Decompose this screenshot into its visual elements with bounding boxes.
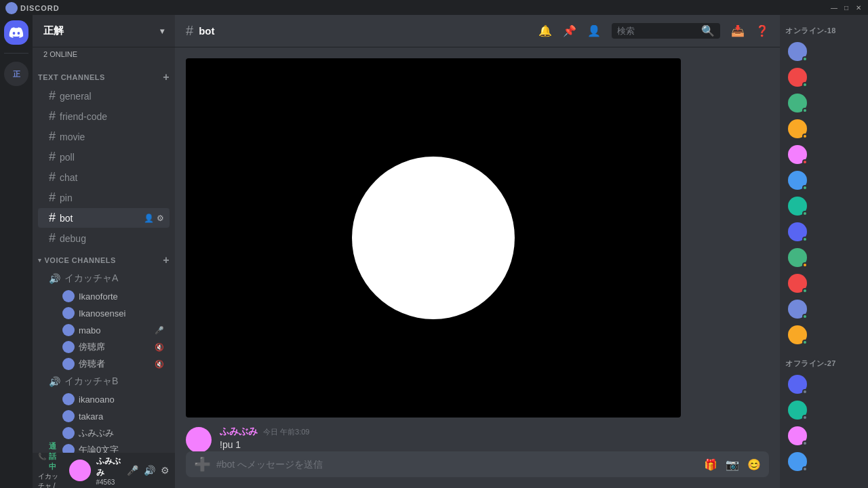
voice-user-bouchou2[interactable]: 傍聴者 🔇	[38, 356, 170, 372]
notification-icon[interactable]: 🔔	[538, 24, 552, 37]
hash-icon: #	[49, 211, 56, 225]
member-item[interactable]	[783, 297, 865, 321]
member-item[interactable]	[783, 220, 865, 244]
channel-pin[interactable]: # pin	[38, 188, 170, 207]
deafen-button[interactable]: 🔊	[144, 465, 155, 476]
user-icon[interactable]: 👤	[144, 214, 154, 223]
user-tag: #4563	[96, 479, 122, 486]
channel-title: bot	[199, 25, 214, 37]
attach-button[interactable]: ➕	[194, 456, 211, 472]
member-avatar	[788, 68, 807, 87]
voice-channel-ikaccha-b[interactable]: 🔊 イカッチャB	[38, 373, 170, 390]
voice-channel-name: イカッチャB	[64, 375, 118, 388]
voice-channels-section-a[interactable]: ▾ VOICE CHANNELS +	[33, 249, 175, 269]
message-author[interactable]: ふみぶみ	[220, 426, 258, 438]
channel-debug[interactable]: # debug	[38, 228, 170, 248]
message-avatar[interactable]	[186, 427, 212, 451]
mic-button[interactable]: 🎤	[127, 465, 138, 476]
member-avatar	[788, 426, 807, 445]
message-content: ふみぶみ 今日 午前3:09 !pu 1	[220, 426, 769, 451]
input-icons: 🎁 📷 😊	[704, 458, 761, 471]
offline-section-header: オフライン-27	[780, 348, 868, 371]
gif-icon[interactable]: 📷	[726, 458, 739, 471]
member-item-offline[interactable]	[783, 424, 865, 448]
member-avatar	[788, 401, 807, 420]
member-item[interactable]	[783, 168, 865, 192]
server-name: 正解	[43, 24, 64, 37]
status-dot	[802, 82, 808, 87]
white-circle	[352, 157, 515, 319]
mute-icon: 🎤	[155, 326, 164, 335]
voice-user-takara[interactable]: takara	[38, 408, 170, 424]
server-name-bar[interactable]: 正解 ▾	[33, 15, 175, 47]
status-dot	[802, 159, 808, 165]
server-icon-1[interactable]: 正	[4, 62, 28, 86]
voice-user-ikanoforte[interactable]: Ikanoforte	[38, 288, 170, 304]
app-name: DISCORD	[20, 4, 60, 12]
text-channels-section[interactable]: TEXT CHANNELS +	[33, 61, 175, 85]
member-avatar	[788, 248, 807, 267]
user-panel: 📞 通話中 イカッチャ / 正解 ふみぶみ #4563 🎤 🔊 ⚙	[33, 453, 175, 488]
member-item-offline[interactable]	[783, 398, 865, 422]
member-avatar	[788, 42, 807, 61]
search-input[interactable]	[617, 26, 698, 36]
channel-movie[interactable]: # movie	[38, 127, 170, 146]
voice-user-fumibumi[interactable]: ふみぶみ	[38, 425, 170, 441]
search-icon: 🔍	[701, 24, 715, 37]
call-icon: 📞	[38, 453, 46, 460]
channel-chat[interactable]: # chat	[38, 167, 170, 187]
voice-user-bouchou1[interactable]: 傍聴席 🔇	[38, 339, 170, 355]
status-dot	[802, 441, 808, 446]
minimize-button[interactable]: —	[830, 3, 838, 12]
discord-logo	[5, 2, 18, 14]
member-item[interactable]	[783, 65, 865, 89]
voice-user-mabo[interactable]: mabo 🎤	[38, 322, 170, 338]
emoji-icon[interactable]: 😊	[747, 458, 761, 471]
voice-username: ikanoano	[79, 394, 115, 405]
pin-icon[interactable]: 📌	[563, 24, 576, 37]
members-icon[interactable]: 👤	[587, 24, 601, 37]
message-input[interactable]	[216, 451, 698, 477]
speaker-icon: 🔊	[49, 376, 60, 387]
search-box[interactable]: 🔍	[612, 23, 720, 39]
settings-button[interactable]: ⚙	[161, 465, 170, 476]
gift-icon[interactable]: 🎁	[704, 458, 717, 471]
avatar	[62, 410, 75, 422]
member-item[interactable]	[783, 194, 865, 218]
voice-user-ikanosensei[interactable]: Ikanosensei	[38, 305, 170, 321]
member-avatar	[788, 197, 807, 216]
message-text: !pu 1	[220, 439, 769, 450]
maximize-button[interactable]: □	[842, 3, 850, 12]
message-input-bar: ➕ 🎁 📷 😊	[175, 451, 780, 488]
hash-icon: #	[49, 89, 56, 103]
settings-icon[interactable]: ⚙	[157, 214, 164, 223]
member-item[interactable]	[783, 91, 865, 115]
hash-icon: #	[49, 129, 56, 144]
member-item[interactable]	[783, 271, 865, 296]
close-button[interactable]: ✕	[854, 3, 863, 12]
channel-poll[interactable]: # poll	[38, 147, 170, 167]
member-item[interactable]	[783, 323, 865, 347]
voice-username: 傍聴者	[79, 358, 105, 370]
header-icons: 🔔 📌 👤 🔍 📥 ❓	[538, 23, 769, 39]
server-icon-discord[interactable]	[4, 20, 28, 45]
member-item-offline[interactable]	[783, 372, 865, 396]
member-item-offline[interactable]	[783, 449, 865, 474]
inbox-icon[interactable]: 📥	[731, 24, 745, 37]
help-icon[interactable]: ❓	[755, 24, 769, 37]
add-voice-button[interactable]: +	[163, 254, 170, 266]
voice-user-ikanoano[interactable]: ikanoano	[38, 391, 170, 407]
channel-general[interactable]: # general	[38, 86, 170, 106]
channel-bot[interactable]: # bot 👤 ⚙	[38, 208, 170, 228]
channel-name: poll	[60, 152, 75, 163]
voice-username: 傍聴席	[79, 341, 105, 353]
voice-channel-ikaccha-a[interactable]: 🔊 イカッチャA	[38, 270, 170, 287]
channel-friend-code[interactable]: # friend-code	[38, 106, 170, 126]
member-item[interactable]	[783, 245, 865, 270]
window-controls[interactable]: — □ ✕	[830, 3, 863, 12]
add-channel-button[interactable]: +	[163, 72, 170, 83]
member-item[interactable]	[783, 39, 865, 64]
status-dot	[802, 185, 808, 190]
member-item[interactable]	[783, 142, 865, 167]
member-item[interactable]	[783, 117, 865, 141]
